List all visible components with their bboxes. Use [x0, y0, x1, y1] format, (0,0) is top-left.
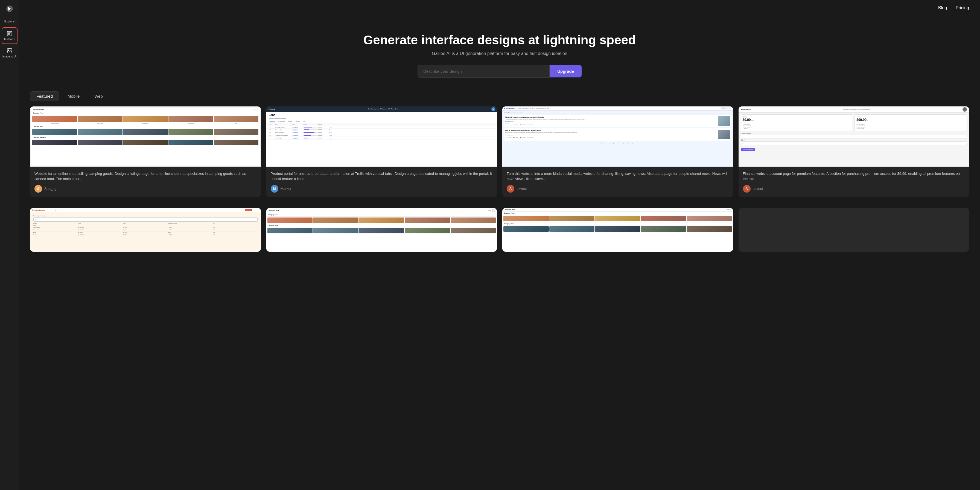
card-2-author: M Marker	[271, 185, 493, 193]
blog-link[interactable]: Blog	[938, 5, 947, 10]
hero-subtext: Galileo AI is a UI generation platform f…	[25, 51, 975, 56]
card-2-desc: Product portal for unstructured data tra…	[271, 171, 493, 182]
cards-grid: CampingLand Sign in▼ Camping Food	[19, 107, 980, 208]
tab-mobile[interactable]: Mobile	[61, 91, 86, 101]
hero-search-row: Upgrade	[418, 65, 582, 78]
card-4-desc: Finance website account page for premium…	[743, 171, 965, 182]
bottom-card-1-preview: 🏠 HomeBooster How it worksAgentsAbout Us…	[30, 208, 261, 252]
author-name-3: azvect	[517, 187, 527, 191]
hero-headline: Generate interface designs at lightning …	[25, 33, 975, 47]
author-avatar-3: A	[507, 185, 514, 193]
card-camping[interactable]: CampingLand Sign in▼ Camping Food	[30, 107, 261, 197]
author-name-1: Suu_pg	[44, 187, 57, 191]
top-nav: Blog Pricing	[927, 0, 980, 16]
bottom-card-4-preview	[738, 208, 969, 252]
bottom-card-2-preview: CampingLand Sign In Camping Food	[266, 208, 497, 252]
explore-label: Explore	[5, 20, 14, 23]
bottom-card-3-preview: CampingLand Menu ☰ Camping Food	[502, 208, 733, 252]
card-2-preview: ⚡ Trellis Data CatalogJobsWorkspaceAPIMo…	[266, 107, 497, 167]
bottom-card-4[interactable]	[738, 208, 969, 252]
author-name-4: azvect	[753, 187, 763, 191]
text-to-ui-label: Text to UI	[3, 38, 15, 41]
card-3-desc: Turn this website into a more kinda soci…	[507, 171, 729, 182]
card-4-body: Finance website account page for premium…	[738, 167, 969, 197]
category-tabs: Featured Mobile Web	[19, 89, 980, 107]
author-avatar-1: S	[35, 185, 42, 193]
card-3-author: A azvect	[507, 185, 729, 193]
card-trellis[interactable]: ⚡ Trellis Data CatalogJobsWorkspaceAPIMo…	[266, 107, 497, 197]
design-input[interactable]	[418, 65, 550, 78]
tab-featured[interactable]: Featured	[30, 91, 59, 101]
hero-section: Generate interface designs at lightning …	[19, 16, 980, 89]
card-finance-pro[interactable]: ⊞ Finance Pro Launch all premium feature…	[738, 107, 969, 197]
card-1-author: S Suu_pg	[35, 185, 256, 193]
upgrade-button[interactable]: Upgrade	[550, 65, 582, 77]
card-4-preview: ⊞ Finance Pro Launch all premium feature…	[738, 107, 969, 167]
card-1-preview: CampingLand Sign in▼ Camping Food	[30, 107, 261, 167]
main-content: Generate interface designs at lightning …	[19, 0, 980, 268]
card-2-body: Product portal for unstructured data tra…	[266, 167, 497, 197]
tab-web[interactable]: Web	[88, 91, 109, 101]
sidebar-item-text-to-ui[interactable]: Text to UI	[2, 27, 18, 44]
bottom-row: 🏠 HomeBooster How it worksAgentsAbout Us…	[19, 208, 980, 268]
card-1-desc: Website for an online shop selling campi…	[35, 171, 256, 182]
image-to-ui-label: Image to UI	[2, 55, 17, 58]
bottom-card-camping2[interactable]: CampingLand Sign In Camping Food	[266, 208, 497, 252]
sidebar-item-image-to-ui[interactable]: Image to UI	[2, 45, 18, 61]
author-name-2: Marker	[280, 187, 291, 191]
card-3-body: Turn this website into a more kinda soci…	[502, 167, 733, 197]
pricing-link[interactable]: Pricing	[956, 5, 969, 10]
card-4-author: A azvect	[743, 185, 965, 193]
card-3-preview: ⊞ Sho Finance HomeShared NewsContact UsU…	[502, 107, 733, 167]
author-avatar-4: A	[743, 185, 751, 193]
sidebar-logo	[4, 3, 15, 14]
bottom-card-camping3[interactable]: CampingLand Menu ☰ Camping Food	[502, 208, 733, 252]
card-finance-news[interactable]: ⊞ Sho Finance HomeShared NewsContact UsU…	[502, 107, 733, 197]
bottom-card-homebooster[interactable]: 🏠 HomeBooster How it worksAgentsAbout Us…	[30, 208, 261, 252]
card-1-body: Website for an online shop selling campi…	[30, 167, 261, 197]
author-avatar-2: M	[271, 185, 278, 193]
sidebar: Explore Text to UI Image to UI	[0, 0, 19, 490]
